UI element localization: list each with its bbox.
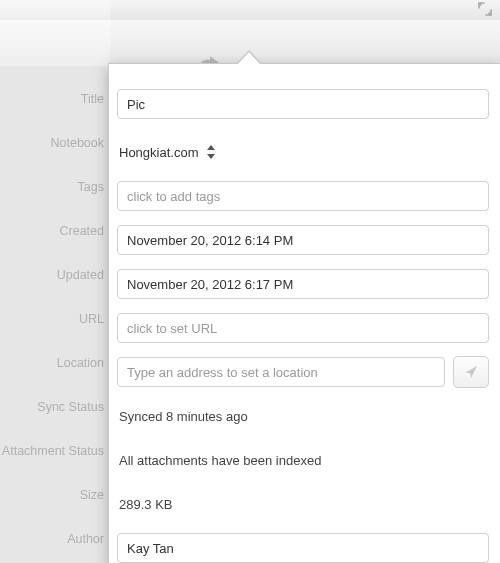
location-arrow-icon — [463, 364, 479, 380]
row-title — [109, 64, 500, 130]
label-notebook: Notebook — [0, 136, 104, 150]
label-created: Created — [0, 224, 104, 238]
label-url: URL — [0, 312, 104, 326]
label-size: Size — [0, 488, 104, 502]
label-updated: Updated — [0, 268, 104, 282]
notebook-value: Hongkiat.com — [119, 145, 198, 160]
row-sync: Synced 8 minutes ago — [109, 394, 500, 438]
row-tags — [109, 174, 500, 218]
row-created — [109, 218, 500, 262]
location-input[interactable] — [117, 357, 445, 387]
row-location — [109, 350, 500, 394]
author-input[interactable] — [117, 533, 489, 563]
sync-status-value: Synced 8 minutes ago — [117, 409, 248, 424]
tags-input[interactable] — [117, 181, 489, 211]
row-updated — [109, 262, 500, 306]
label-attach: Attachment Status — [0, 444, 104, 458]
window-titlebar — [0, 0, 500, 21]
updown-icon — [206, 145, 216, 159]
updated-field[interactable] — [117, 269, 489, 299]
label-author: Author — [0, 532, 104, 546]
attachment-status-value: All attachments have been indexed — [117, 453, 321, 468]
row-size: 289.3 KB — [109, 482, 500, 526]
label-title: Title — [0, 92, 104, 106]
note-info-panel: Hongkiat.com — [108, 63, 500, 563]
notebook-select[interactable]: Hongkiat.com — [117, 145, 216, 160]
app-window: i Title Notebook Tags Created Updated UR… — [0, 0, 500, 563]
popover-pointer-fill — [238, 52, 260, 64]
row-url — [109, 306, 500, 350]
locate-button[interactable] — [453, 356, 489, 388]
size-value: 289.3 KB — [117, 497, 173, 512]
url-input[interactable] — [117, 313, 489, 343]
created-field[interactable] — [117, 225, 489, 255]
row-author — [109, 526, 500, 563]
title-input[interactable] — [117, 89, 489, 119]
row-notebook: Hongkiat.com — [109, 130, 500, 174]
expand-icon[interactable] — [478, 2, 492, 16]
label-sync: Sync Status — [0, 400, 104, 414]
row-attach: All attachments have been indexed — [109, 438, 500, 482]
label-tags: Tags — [0, 180, 104, 194]
label-location: Location — [0, 356, 104, 370]
